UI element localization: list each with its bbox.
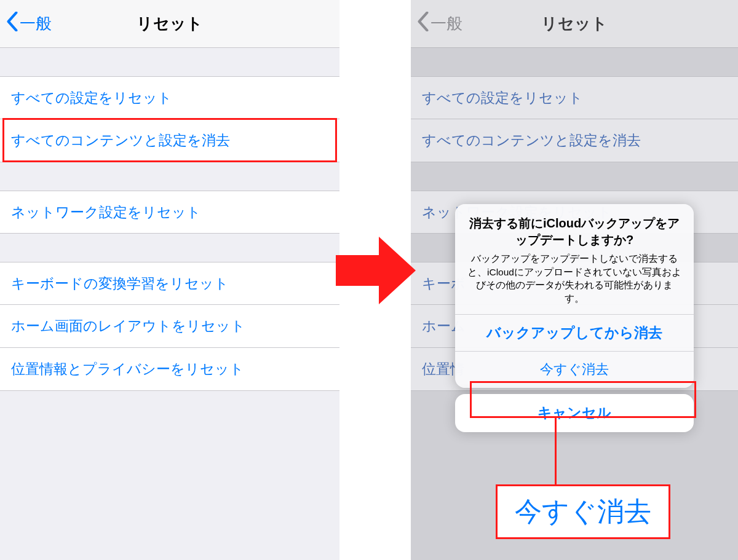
arrow-right-icon [336,234,416,307]
cancel-button[interactable]: キャンセル [455,394,694,432]
cell-label: ホーム画面のレイアウトをリセット [11,317,245,336]
reset-home-layout[interactable]: ホーム画面のレイアウトをリセット [0,305,339,348]
action-sheet-title: 消去する前にiCloudバックアップをアップデートしますか? [467,215,681,248]
reset-network-settings[interactable]: ネットワーク設定をリセット [0,191,339,234]
action-sheet-body: 消去する前にiCloudバックアップをアップデートしますか? バックアップをアッ… [455,204,694,388]
cell-label: すべての設定をリセット [422,89,583,108]
button-label: 今すぐ消去 [540,360,609,379]
cell-label: すべてのコンテンツと設定を消去 [11,131,230,150]
erase-all-content: すべてのコンテンツと設定を消去 [411,119,738,162]
back-button[interactable]: 一般 [6,12,52,36]
back-button: 一般 [417,12,462,36]
settings-reset-screen: 一般 リセット すべての設定をリセット すべてのコンテンツと設定を消去 ネットワ… [0,0,339,560]
settings-group-3: キーボードの変換学習をリセット ホーム画面のレイアウトをリセット 位置情報とプラ… [0,262,339,391]
reset-location-privacy[interactable]: 位置情報とプライバシーをリセット [0,348,339,391]
cell-label: すべての設定をリセット [11,89,172,108]
settings-group-2: ネットワーク設定をリセット [0,191,339,234]
button-label: バックアップしてから消去 [486,323,662,342]
action-sheet-message: バックアップをアップデートしないで消去すると、iCloudにアップロードされてい… [467,252,681,306]
settings-reset-screen-dialog: 一般 リセット すべての設定をリセット すべてのコンテンツと設定を消去 ネットワ… [411,0,738,560]
button-label: キャンセル [538,403,611,422]
annotation-connector [555,418,557,484]
settings-group-1: すべての設定をリセット すべてのコンテンツと設定を消去 [411,76,738,162]
back-label: 一般 [20,13,52,34]
backup-then-erase-button[interactable]: バックアップしてから消去 [455,314,694,351]
cell-label: 位置情報とプライバシーをリセット [11,360,244,379]
cell-label: すべてのコンテンツと設定を消去 [422,131,641,150]
settings-group-1: すべての設定をリセット すべてのコンテンツと設定を消去 [0,76,339,162]
chevron-left-icon [6,12,18,36]
svg-marker-0 [336,237,416,304]
action-sheet-header: 消去する前にiCloudバックアップをアップデートしますか? バックアップをアッ… [455,204,694,314]
annotation-callout: 今すぐ消去 [496,484,670,539]
reset-all-settings: すべての設定をリセット [411,76,738,119]
chevron-left-icon [417,12,429,36]
erase-all-content[interactable]: すべてのコンテンツと設定を消去 [0,119,339,162]
cell-label: キーボードの変換学習をリセット [11,274,229,293]
callout-label: 今すぐ消去 [515,496,651,526]
reset-keyboard-dictionary[interactable]: キーボードの変換学習をリセット [0,262,339,305]
erase-now-button[interactable]: 今すぐ消去 [455,351,694,388]
navbar: 一般 リセット [411,0,738,48]
reset-all-settings[interactable]: すべての設定をリセット [0,76,339,119]
cell-label: ネットワーク設定をリセット [11,203,201,222]
action-sheet: 消去する前にiCloudバックアップをアップデートしますか? バックアップをアッ… [455,204,694,432]
navbar: 一般 リセット [0,0,339,48]
back-label: 一般 [430,13,462,34]
